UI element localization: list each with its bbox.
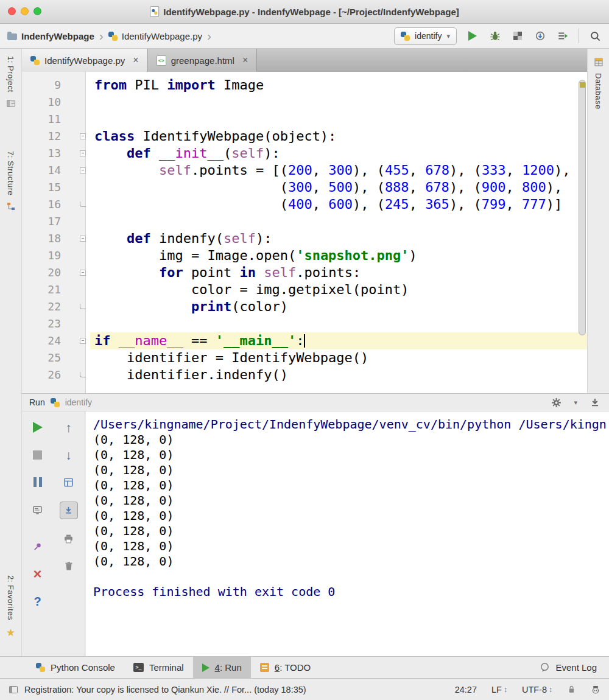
fold-gutter bbox=[66, 281, 90, 298]
settings-button[interactable] bbox=[549, 396, 563, 409]
run-configuration-select[interactable]: identify ▾ bbox=[394, 27, 457, 45]
scroll-to-end-button[interactable] bbox=[60, 502, 78, 519]
editor-line[interactable]: 11 bbox=[22, 111, 587, 128]
tool-window-bar: Python Console >_ Terminal 4: Run 6: TOD… bbox=[0, 656, 609, 678]
encoding-selector[interactable]: UTF-8 ↕ bbox=[522, 685, 552, 695]
console-line: (0, 128, 0) bbox=[93, 447, 609, 463]
run-with-coverage-button[interactable] bbox=[511, 29, 524, 43]
fold-gutter[interactable] bbox=[66, 128, 90, 145]
hide-panel-button[interactable] bbox=[588, 396, 602, 409]
editor-line[interactable]: 25 identifier = IdentifyWebpage() bbox=[22, 349, 587, 366]
print-button[interactable] bbox=[61, 531, 77, 547]
line-number: 12 bbox=[22, 128, 66, 145]
breadcrumb-file[interactable]: IdentifyWebpage.py bbox=[122, 31, 202, 41]
status-message[interactable]: Registration: Your copy is licensed to Q… bbox=[24, 685, 306, 695]
fold-gutter[interactable] bbox=[66, 145, 90, 162]
lock-icon[interactable] bbox=[567, 685, 576, 694]
code-text: print(color) bbox=[90, 298, 587, 315]
editor-line[interactable]: 20 for point in self.points: bbox=[22, 264, 587, 281]
run-dashboard-button[interactable] bbox=[556, 29, 569, 43]
tool-button-terminal[interactable]: >_ Terminal bbox=[124, 657, 193, 678]
tool-button-python-console[interactable]: Python Console bbox=[27, 657, 124, 678]
tool-button-structure[interactable]: 7: Structure bbox=[0, 151, 21, 211]
restore-layout-button[interactable] bbox=[61, 474, 77, 490]
help-button[interactable]: ? bbox=[30, 593, 46, 609]
fold-gutter[interactable] bbox=[66, 332, 90, 349]
editor-line[interactable]: 26 identifier.indenfy() bbox=[22, 366, 587, 383]
down-arrow-icon: ↓ bbox=[65, 449, 72, 461]
editor-line[interactable]: 13 def __init__(self): bbox=[22, 145, 587, 162]
toolwindow-toggle-icon[interactable] bbox=[9, 685, 18, 695]
tool-button-database[interactable]: Database bbox=[588, 57, 609, 110]
inspection-indicator-icon[interactable] bbox=[580, 82, 585, 88]
console-toolbar: × ? ↑ ↓ bbox=[22, 411, 85, 656]
editor-line[interactable]: 23 bbox=[22, 315, 587, 332]
tool-button-favorites[interactable]: 2: Favorites ★ bbox=[0, 575, 21, 639]
close-panel-button[interactable]: × bbox=[30, 566, 46, 582]
chevron-right-icon: › bbox=[207, 29, 211, 42]
fold-gutter[interactable] bbox=[66, 230, 90, 247]
inspections-profile-icon[interactable] bbox=[591, 685, 600, 695]
pin-tab-button[interactable] bbox=[30, 539, 46, 555]
tab-identifywebpage-py[interactable]: IdentifyWebpage.py × bbox=[22, 49, 148, 72]
code-text: (400, 600), (245, 365), (799, 777)] bbox=[90, 196, 587, 213]
line-number: 26 bbox=[22, 366, 66, 383]
debug-button[interactable] bbox=[488, 29, 502, 43]
console-line: (0, 128, 0) bbox=[93, 523, 609, 539]
fold-gutter[interactable] bbox=[66, 162, 90, 179]
tool-button-event-log[interactable]: Event Log bbox=[536, 657, 600, 678]
close-window-button[interactable] bbox=[8, 7, 16, 15]
zoom-window-button[interactable] bbox=[33, 7, 41, 15]
editor-line[interactable]: 16 (400, 600), (245, 365), (799, 777)] bbox=[22, 196, 587, 213]
next-occurrence-button[interactable]: ↓ bbox=[61, 447, 77, 463]
pause-output-button[interactable] bbox=[30, 474, 46, 490]
clear-console-button[interactable] bbox=[61, 558, 77, 574]
fold-gutter[interactable] bbox=[66, 366, 90, 383]
tab-greenpage-html[interactable]: <> greenpage.html × bbox=[148, 49, 258, 72]
tool-button-project[interactable]: 1: Project bbox=[0, 56, 21, 108]
editor-scrollbar[interactable] bbox=[579, 80, 586, 335]
editor-line[interactable]: 12class IdentifyWebpage(object): bbox=[22, 128, 587, 145]
fold-gutter[interactable] bbox=[66, 264, 90, 281]
code-editor[interactable]: 9from PIL import Image101112class Identi… bbox=[22, 72, 587, 393]
editor-line[interactable]: 15 (300, 500), (888, 678), (900, 800), bbox=[22, 179, 587, 196]
search-everywhere-button[interactable] bbox=[588, 29, 602, 43]
line-number: 17 bbox=[22, 213, 66, 230]
editor-line[interactable]: 17 bbox=[22, 213, 587, 230]
editor-line[interactable]: 24if __name__ == '__main__': bbox=[22, 332, 587, 349]
line-number: 22 bbox=[22, 298, 66, 315]
caret-position[interactable]: 24:27 bbox=[455, 685, 477, 695]
chevron-down-icon[interactable]: ▾ bbox=[574, 399, 577, 407]
editor-line[interactable]: 21 color = img.getpixel(point) bbox=[22, 281, 587, 298]
close-tab-icon[interactable]: × bbox=[242, 55, 248, 66]
rerun-button[interactable] bbox=[30, 419, 46, 435]
stop-button[interactable] bbox=[30, 447, 46, 463]
console-output[interactable]: /Users/kingname/Project/IndenfyWebpage/v… bbox=[86, 411, 609, 656]
run-panel-title[interactable]: Run bbox=[29, 397, 45, 407]
show-console-prompt-button[interactable] bbox=[30, 502, 46, 517]
text-caret bbox=[304, 334, 305, 348]
run-button[interactable] bbox=[466, 29, 479, 43]
editor-line[interactable]: 18 def indenfy(self): bbox=[22, 230, 587, 247]
line-number: 10 bbox=[22, 94, 66, 111]
line-number: 14 bbox=[22, 162, 66, 179]
editor-line[interactable]: 9from PIL import Image bbox=[22, 77, 587, 94]
code-text: identifier.indenfy() bbox=[90, 366, 587, 383]
breadcrumb-project[interactable]: IndenfyWebpage bbox=[21, 31, 94, 41]
prev-occurrence-button[interactable]: ↑ bbox=[61, 419, 77, 435]
editor-line[interactable]: 14 self.points = [(200, 300), (455, 678)… bbox=[22, 162, 587, 179]
line-number: 25 bbox=[22, 349, 66, 366]
minimize-window-button[interactable] bbox=[21, 7, 29, 15]
tool-button-run[interactable]: 4: Run bbox=[193, 657, 251, 678]
editor-line[interactable]: 19 img = Image.open('snapshot.png') bbox=[22, 247, 587, 264]
fold-marker-icon bbox=[80, 338, 86, 344]
line-ending-selector[interactable]: LF ↕ bbox=[491, 685, 507, 695]
fold-gutter[interactable] bbox=[66, 298, 90, 315]
tool-button-todo[interactable]: 6: TODO bbox=[251, 657, 320, 678]
fold-gutter[interactable] bbox=[66, 196, 90, 213]
fold-gutter bbox=[66, 111, 90, 128]
attach-profiler-button[interactable] bbox=[533, 29, 547, 43]
close-tab-icon[interactable]: × bbox=[133, 55, 138, 66]
editor-line[interactable]: 22 print(color) bbox=[22, 298, 587, 315]
editor-line[interactable]: 10 bbox=[22, 94, 587, 111]
